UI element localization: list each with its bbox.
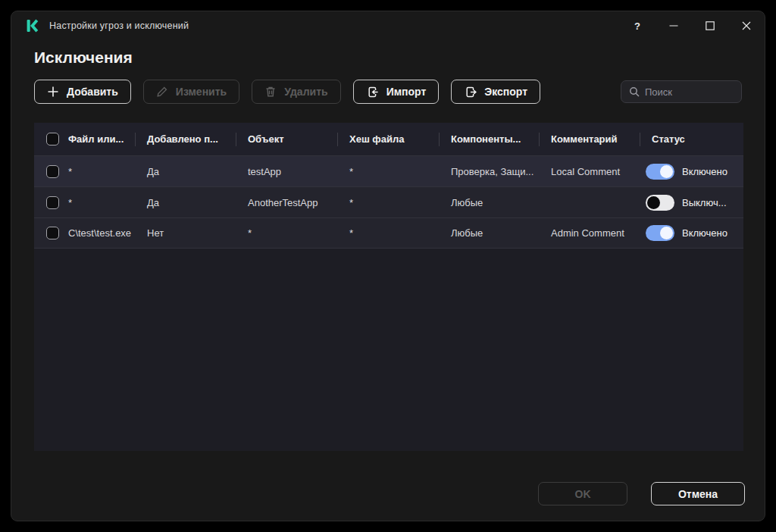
cell-hash: *: [337, 166, 439, 177]
search-icon: [629, 86, 640, 97]
maximize-button[interactable]: [692, 11, 728, 40]
cell-components: Любые: [439, 197, 539, 208]
status-toggle[interactable]: [646, 195, 674, 211]
table-row[interactable]: C\test\test.exe Нет * * Любые Admin Comm…: [34, 217, 743, 249]
row-checkbox[interactable]: [46, 196, 59, 209]
import-icon: [366, 86, 379, 99]
footer: OK Отмена: [538, 482, 745, 505]
column-header-label: Добавлено п...: [147, 133, 218, 145]
column-header-hash[interactable]: Хеш файла: [337, 123, 439, 155]
status-toggle[interactable]: [646, 164, 674, 180]
column-header-label: Объект: [248, 133, 284, 145]
window-title: Настройки угроз и исключений: [49, 20, 189, 31]
status-toggle[interactable]: [646, 225, 674, 241]
exclusions-table: Файл или... Добавлено п... Объект Хеш фа…: [34, 123, 743, 451]
plus-icon: [47, 86, 59, 98]
column-header-comment[interactable]: Комментарий: [539, 123, 640, 155]
edit-button-label: Изменить: [176, 86, 227, 98]
import-button[interactable]: Импорт: [353, 80, 440, 104]
help-button[interactable]: ?: [619, 11, 656, 40]
column-header-file[interactable]: Файл или...: [34, 123, 135, 155]
column-header-label: Комментарий: [551, 133, 618, 145]
minimize-icon: [669, 21, 678, 30]
minimize-button[interactable]: [656, 11, 692, 40]
column-header-label: Компоненты...: [451, 133, 521, 145]
column-header-label: Хеш файла: [349, 133, 404, 145]
titlebar: Настройки угроз и исключений ?: [11, 11, 765, 40]
search-input[interactable]: [645, 86, 734, 98]
cell-added-by: Да: [135, 166, 236, 177]
kaspersky-logo-icon: [25, 18, 40, 33]
export-button[interactable]: Экспорт: [451, 80, 540, 104]
column-header-added-by[interactable]: Добавлено п...: [135, 123, 236, 155]
cancel-button[interactable]: Отмена: [651, 482, 745, 505]
cell-comment: Local Comment: [539, 166, 640, 177]
cell-components: Проверка, Защи...: [439, 166, 539, 177]
maximize-icon: [706, 21, 715, 30]
column-header-status[interactable]: Статус: [640, 123, 742, 155]
add-button[interactable]: Добавить: [34, 80, 131, 104]
edit-button[interactable]: Изменить: [143, 80, 239, 104]
trash-icon: [264, 86, 277, 98]
delete-button-label: Удалить: [284, 86, 327, 98]
cell-components: Любые: [439, 227, 539, 239]
cell-added-by: Нет: [135, 227, 236, 239]
row-checkbox[interactable]: [46, 165, 59, 178]
page-title: Исключения: [34, 49, 742, 67]
cell-file: C\test\test.exe: [68, 227, 131, 239]
search-box[interactable]: [621, 80, 742, 103]
cell-added-by: Да: [135, 197, 236, 208]
table-row[interactable]: * Да AnotherTestApp * Любые Выключ...: [34, 186, 743, 217]
cell-hash: *: [337, 227, 439, 239]
cell-file: *: [68, 197, 72, 208]
settings-window: Настройки угроз и исключений ? Исключени…: [11, 11, 765, 521]
cell-object: *: [236, 227, 337, 239]
delete-button[interactable]: Удалить: [252, 80, 340, 104]
status-label: Выключ...: [682, 197, 727, 208]
import-button-label: Импорт: [386, 86, 427, 98]
column-header-label: Файл или...: [68, 133, 124, 145]
close-button[interactable]: [728, 11, 765, 40]
status-label: Включено: [682, 227, 728, 239]
cell-object: AnotherTestApp: [236, 197, 337, 208]
column-header-label: Статус: [652, 133, 685, 145]
column-header-object[interactable]: Объект: [236, 123, 337, 155]
row-checkbox[interactable]: [46, 227, 59, 239]
pencil-icon: [156, 86, 168, 98]
toolbar: Добавить Изменить Удалить Импорт: [34, 80, 742, 104]
table-header-row: Файл или... Добавлено п... Объект Хеш фа…: [34, 123, 743, 155]
cell-file: *: [68, 166, 72, 177]
cell-hash: *: [337, 197, 439, 208]
cell-object: testApp: [236, 166, 337, 177]
ok-button[interactable]: OK: [538, 482, 627, 505]
add-button-label: Добавить: [67, 86, 118, 98]
cell-comment: Admin Comment: [539, 227, 640, 239]
table-row[interactable]: * Да testApp * Проверка, Защи... Local C…: [34, 155, 743, 186]
close-icon: [742, 21, 751, 30]
export-button-label: Экспорт: [484, 86, 527, 98]
export-icon: [464, 86, 477, 99]
status-label: Включено: [682, 166, 728, 177]
column-header-components[interactable]: Компоненты...: [439, 123, 539, 155]
select-all-checkbox[interactable]: [46, 133, 59, 146]
